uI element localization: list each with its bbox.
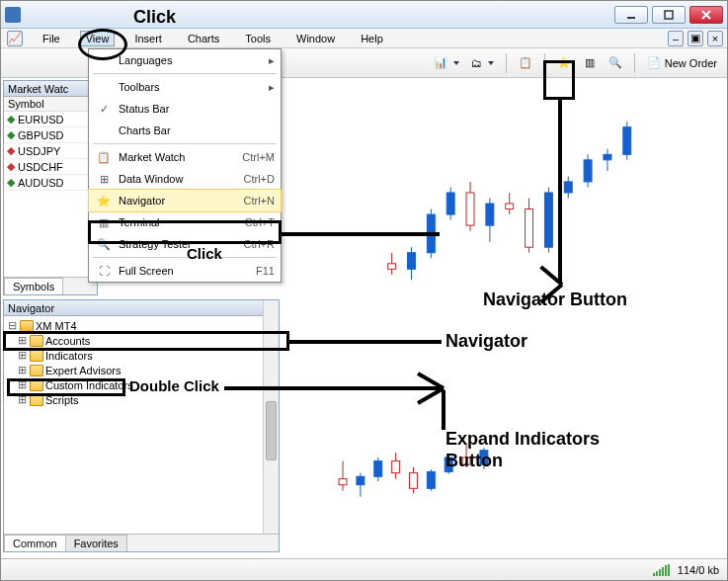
view-menu-data-window[interactable]: ⊞Data WindowCtrl+D [89,168,281,190]
direction-icon: ◆ [7,176,15,189]
navigator-button[interactable]: ⭐ [553,52,575,74]
menu-charts[interactable]: Charts [182,31,225,46]
svg-rect-45 [462,457,470,464]
navigator-scrollbar[interactable] [263,300,279,551]
nav-item-label: Accounts [45,335,90,347]
folder-icon [30,365,43,376]
terminal-button[interactable]: ▥ [579,52,601,74]
mdi-close-button[interactable]: × [707,31,723,46]
navigator-icon: ⭐ [557,56,571,69]
navigator-tab-common[interactable]: Common [4,535,66,551]
menu-file[interactable]: File [37,31,66,46]
market-watch-tab-symbols[interactable]: Symbols [4,278,63,294]
view-menu-strategy-tester[interactable]: 🔍Strategy TesterCtrl+R [89,233,281,255]
svg-rect-21 [544,193,552,247]
svg-rect-7 [408,253,416,270]
new-order-label: New Order [665,57,717,69]
expand-icon[interactable]: ⊞ [16,364,28,376]
view-menu-terminal[interactable]: ▥TerminalCtrl+T [89,211,281,233]
maximize-button[interactable] [652,6,686,24]
market-watch-row[interactable]: ◆USDJPY [4,143,97,159]
svg-rect-25 [584,160,592,182]
svg-rect-31 [339,479,347,485]
menu-bar: 📈 File View Insert Charts Tools Window H… [1,29,727,48]
menu-tools[interactable]: Tools [239,31,277,46]
menu-item-label: Navigator [119,195,238,207]
svg-rect-27 [604,154,611,160]
svg-rect-37 [392,461,400,473]
svg-rect-11 [446,193,454,214]
new-chart-button[interactable]: 📊 [430,52,463,74]
menu-view[interactable]: View [80,31,116,46]
svg-rect-15 [486,204,494,225]
shortcut-label: Ctrl+M [242,151,275,163]
svg-rect-9 [427,214,435,253]
view-menu-languages[interactable]: Languages [89,49,281,71]
minimize-button[interactable] [614,6,648,24]
menu-item-label: Strategy Tester [119,238,238,250]
market-watch-panel: Market Watc Symbol ◆EURUSD◆GBPUSD◆USDJPY… [3,80,98,295]
market-watch-header[interactable]: Market Watc [4,81,97,97]
expand-icon[interactable]: ⊞ [16,393,28,406]
menu-item-label: Languages [119,54,263,66]
menu-item-label: Terminal [119,216,239,228]
svg-rect-17 [506,204,514,209]
expand-icon[interactable]: ⊞ [16,334,28,347]
nav-item-custom-indicators[interactable]: ⊞Custom Indicators [6,377,277,392]
svg-rect-41 [427,471,435,488]
svg-rect-5 [388,264,396,270]
view-menu-toolbars[interactable]: Toolbars [89,76,281,98]
view-menu-full-screen[interactable]: ⛶Full ScreenF11 [89,260,281,282]
app-menu-icon[interactable]: 📈 [7,31,23,46]
term-icon: ▥ [95,216,113,229]
mw-icon: 📋 [95,151,113,164]
view-menu-charts-bar[interactable]: Charts Bar [89,120,281,141]
mdi-minimize-button[interactable]: – [668,31,684,46]
svg-rect-13 [466,193,474,225]
st-icon: 🔍 [95,238,113,251]
terminal-icon: ▥ [585,56,595,69]
symbol-label: USDCHF [18,161,63,173]
market-watch-button[interactable]: 📋 [515,52,536,74]
svg-rect-29 [623,127,631,155]
connection-bars-icon [653,564,670,576]
navigator-tab-favorites[interactable]: Favorites [65,535,127,551]
market-watch-row[interactable]: ◆GBPUSD [4,127,97,143]
dw-icon: ⊞ [95,173,113,186]
mdi-restore-button[interactable]: ▣ [688,31,703,46]
app-icon [5,7,21,23]
nav-item-label: Expert Advisors [45,365,121,376]
menu-window[interactable]: Window [290,31,341,46]
navigator-header[interactable]: Navigator × [4,300,279,316]
view-dropdown: LanguagesToolbars✓Status BarCharts Bar📋M… [88,48,282,283]
status-kb: 114/0 kb [678,564,719,576]
nav-item-label: Indicators [45,350,93,362]
tester-icon: 🔍 [608,56,622,69]
market-watch-row[interactable]: ◆EURUSD [4,112,97,127]
view-menu-navigator[interactable]: ⭐NavigatorCtrl+N [89,190,281,211]
close-button[interactable] [689,6,723,24]
shortcut-label: Ctrl+N [244,195,275,207]
expand-icon[interactable]: ⊞ [16,349,28,362]
nav-item-scripts[interactable]: ⊞Scripts [6,392,277,407]
svg-rect-39 [410,473,418,489]
view-menu-market-watch[interactable]: 📋Market WatchCtrl+M [89,146,281,168]
tester-button[interactable]: 🔍 [605,52,626,74]
expand-icon[interactable]: ⊞ [16,378,28,391]
market-watch-row[interactable]: ◆USDCHF [4,159,97,175]
nav-item-expert-advisors[interactable]: ⊞Expert Advisors [6,363,277,377]
menu-item-label: Toolbars [119,81,263,93]
folder-icon [30,350,43,362]
view-menu-status-bar[interactable]: ✓Status Bar [89,98,281,120]
menu-insert[interactable]: Insert [128,31,168,46]
symbol-label: GBPUSD [18,129,63,141]
nav-item-accounts[interactable]: ⊞Accounts [6,333,277,348]
symbol-label: USDJPY [18,145,60,157]
new-order-button[interactable]: 📄New Order [643,52,721,74]
menu-help[interactable]: Help [355,31,389,46]
market-watch-column[interactable]: Symbol [4,97,97,112]
market-watch-row[interactable]: ◆AUDUSD [4,175,97,191]
nav-item-indicators[interactable]: ⊞Indicators [6,348,277,363]
nav-root[interactable]: ⊟XM MT4 [6,318,277,333]
profiles-button[interactable]: 🗂 [467,52,498,74]
